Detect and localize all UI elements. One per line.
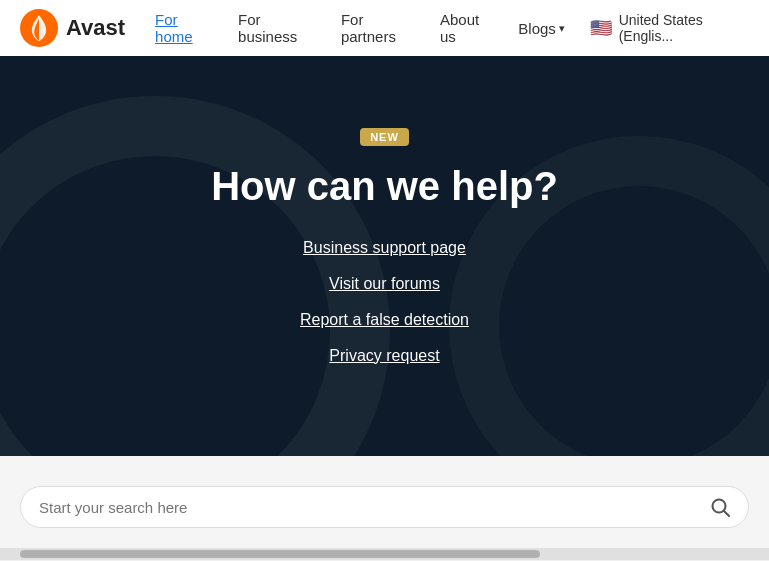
logo-text: Avast [66,15,125,41]
hero-links: Business support page Visit our forums R… [300,239,469,365]
scrollbar-thumb[interactable] [20,550,540,558]
nav-about-us[interactable]: About us [440,11,494,45]
header: Avast For home For business For partners… [0,0,769,56]
privacy-request-link[interactable]: Privacy request [329,347,439,365]
avast-logo-icon [20,9,58,47]
search-section [0,456,769,548]
false-detection-link[interactable]: Report a false detection [300,311,469,329]
main-nav: For home For business For partners About… [155,11,749,45]
search-input[interactable] [39,499,710,516]
logo[interactable]: Avast [20,9,125,47]
nav-for-business[interactable]: For business [238,11,317,45]
search-bar [20,486,749,528]
search-icon [710,497,730,517]
nav-for-home[interactable]: For home [155,11,214,45]
business-support-link[interactable]: Business support page [303,239,466,257]
locale-text: United States (Englis... [619,12,749,44]
visit-forums-link[interactable]: Visit our forums [329,275,440,293]
flag-icon: 🇺🇸 [589,15,613,41]
nav-for-partners[interactable]: For partners [341,11,416,45]
hero-title: How can we help? [211,164,558,209]
horizontal-scrollbar[interactable] [0,548,769,560]
nav-blogs[interactable]: Blogs ▾ [518,20,565,37]
chevron-down-icon: ▾ [559,22,565,35]
hero-section: NEW How can we help? Business support pa… [0,56,769,456]
svg-line-2 [724,511,729,516]
search-button[interactable] [710,497,730,517]
new-badge: NEW [360,128,409,146]
locale-selector[interactable]: 🇺🇸 United States (Englis... [589,12,749,44]
